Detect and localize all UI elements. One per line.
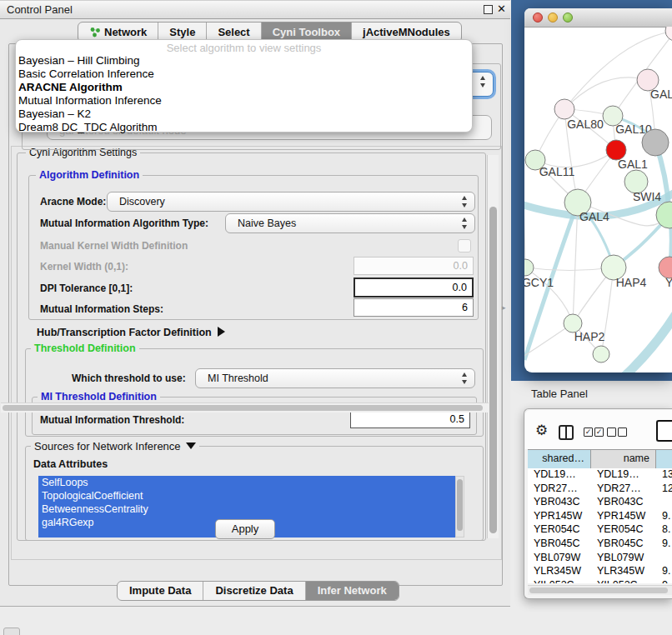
table-cell: YBR045C — [591, 537, 656, 551]
table-cell: YDL19… — [591, 468, 656, 482]
network-node[interactable] — [593, 346, 609, 362]
dpi-tolerance-input[interactable] — [354, 278, 474, 298]
settings-vertical-scrollbar-thumb[interactable] — [489, 207, 497, 533]
column-header[interactable] — [656, 450, 672, 468]
network-edge[interactable] — [564, 78, 648, 109]
table-cell — [656, 551, 672, 565]
table-row[interactable]: YPR145WYPR145W9. — [528, 509, 672, 523]
mi-type-combobox[interactable]: Naive Bayes — [225, 213, 475, 233]
settings-vertical-scrollbar[interactable] — [487, 155, 499, 538]
attributes-scrollbar-thumb[interactable] — [457, 479, 463, 531]
table-row[interactable]: YBR043CYBR043C — [528, 495, 672, 509]
dropdown-prompt: Select algorithm to view settings — [16, 42, 472, 54]
settings-horizontal-scrollbar[interactable] — [1, 402, 489, 412]
close-traffic-light-icon[interactable] — [533, 12, 543, 22]
algorithm-option[interactable]: Mutual Information Inference — [16, 94, 472, 108]
apply-button[interactable]: Apply — [215, 519, 275, 539]
minimize-traffic-light-icon[interactable] — [548, 12, 558, 22]
control-panel-titlebar[interactable]: Control Panel ✕ — [0, 0, 510, 19]
aracne-mode-combobox[interactable]: Discovery — [107, 192, 475, 212]
unchecked-checkbox-icon[interactable] — [607, 428, 616, 437]
algorithm-option[interactable]: Basic Correlation Inference — [16, 68, 472, 81]
kernel-width-input[interactable] — [354, 257, 474, 275]
table-cell: 9. — [656, 578, 672, 583]
algorithm-option[interactable]: Bayesian – K2 — [16, 108, 472, 121]
attribute-item[interactable]: TopologicalCoefficient — [38, 489, 455, 502]
tab-impute-data[interactable]: Impute Data — [118, 582, 203, 600]
checked-checkbox-icon[interactable]: ✓ — [594, 428, 604, 437]
settings-horizontal-scrollbar-thumb[interactable] — [3, 405, 483, 411]
attribute-item[interactable]: BetweennessCentrality — [38, 502, 455, 516]
table-horizontal-scrollbar-thumb[interactable] — [529, 588, 668, 593]
table-horizontal-scrollbar[interactable] — [528, 585, 672, 595]
network-node[interactable] — [642, 129, 669, 156]
node-label: GAL80 — [567, 118, 604, 131]
control-panel-window: Control Panel ✕ NetworkStyleSelectCyni T… — [0, 0, 510, 607]
table-cell: YDR27… — [528, 482, 591, 496]
dropdown-items: Bayesian – Hill ClimbingBasic Correlatio… — [16, 54, 472, 134]
network-node[interactable] — [656, 202, 672, 228]
stepper-arrows-icon — [462, 218, 468, 229]
algorithm-option[interactable]: Bayesian – Hill Climbing — [16, 54, 472, 68]
network-edge[interactable] — [525, 268, 614, 271]
panel-splitter-handle[interactable]: ▸ — [502, 303, 506, 312]
table-toolbar: ⚙ ✓ ✓ — [525, 410, 672, 449]
corner-button[interactable] — [3, 628, 20, 635]
which-threshold-label: Which threshold to use: — [72, 372, 186, 384]
manual-kernel-checkbox[interactable] — [458, 239, 471, 252]
network-canvas[interactable]: GALGAL80GAL10GAL1GAL11SWI4GAL4GCY1HAP4YH… — [524, 27, 672, 372]
network-node-gal80[interactable] — [554, 99, 574, 119]
network-node[interactable] — [665, 27, 672, 41]
node-label: Y — [665, 276, 672, 289]
table-cell: YIL052C — [528, 578, 591, 583]
algorithm-option[interactable]: Dream8 DC_TDC Algorithm — [16, 121, 472, 134]
which-threshold-combobox[interactable]: MI Threshold — [195, 368, 475, 388]
node-label: HAP2 — [574, 330, 605, 343]
close-icon[interactable]: ✕ — [497, 2, 506, 15]
column-header[interactable]: name — [591, 450, 656, 468]
sources-toggle[interactable]: Sources for Network Inference — [31, 440, 199, 452]
float-window-icon[interactable] — [484, 5, 493, 14]
network-edge[interactable] — [524, 127, 525, 268]
which-threshold-value: MI Threshold — [208, 369, 268, 388]
zoom-traffic-light-icon[interactable] — [563, 12, 573, 22]
expand-right-icon — [218, 327, 225, 337]
unchecked-checkbox-icon[interactable] — [618, 428, 627, 437]
table-row[interactable]: YBL079WYBL079W — [528, 551, 672, 565]
columns-icon[interactable] — [559, 425, 574, 440]
table-cell: 13 — [656, 468, 672, 482]
mi-steps-input[interactable] — [354, 298, 474, 317]
table-row[interactable]: YIL052CYIL052C9. — [528, 578, 672, 583]
hub-definition-toggle[interactable]: Hub/Transcription Factor Definition — [37, 327, 225, 338]
table-row[interactable]: YDR27…YDR27…12 — [528, 482, 672, 496]
mi-threshold-input[interactable] — [350, 410, 470, 428]
algorithm-option[interactable]: ARACNE Algorithm — [16, 81, 472, 94]
table-body: YDL19…YDL19…13YDR27…YDR27…12YBR043CYBR04… — [528, 468, 672, 583]
table-row[interactable]: YER054CYER054C8. — [528, 522, 672, 537]
table-row[interactable]: YBR045CYBR045C9. — [528, 537, 672, 551]
network-nodes: GALGAL80GAL10GAL1GAL11SWI4GAL4GCY1HAP4YH… — [524, 27, 672, 362]
window-title: Control Panel — [7, 3, 73, 16]
checked-checkbox-icon[interactable]: ✓ — [584, 428, 593, 437]
table-row[interactable]: YLR345WYLR345W9. — [528, 564, 672, 578]
attributes-scrollbar[interactable] — [455, 476, 464, 538]
network-node-gcy1[interactable] — [524, 259, 534, 276]
table-cell: 9. — [656, 564, 672, 578]
table-cell: YDL19… — [528, 468, 591, 482]
algorithm-dropdown-popup: Select algorithm to view settings Bayesi… — [15, 39, 473, 132]
table-row[interactable]: YDL19…YDL19…13 — [528, 468, 672, 482]
stepper-arrows-icon — [462, 372, 468, 384]
gear-icon[interactable]: ⚙ — [535, 423, 548, 438]
document-icon[interactable] — [656, 420, 672, 442]
tab-infer-network[interactable]: Infer Network — [305, 582, 399, 600]
attribute-item[interactable]: SelfLoops — [38, 476, 455, 489]
algorithm-definition-title: Algorithm Definition — [36, 169, 143, 181]
network-window-titlebar[interactable] — [524, 8, 672, 28]
bottom-tab-bar: Impute DataDiscretize DataInfer Network — [117, 581, 399, 601]
tab-discretize-data[interactable]: Discretize Data — [203, 582, 304, 600]
collapse-down-icon — [186, 442, 196, 449]
network-edge[interactable] — [573, 202, 578, 323]
sources-title: Sources for Network Inference — [34, 440, 181, 452]
column-header[interactable]: shared… — [528, 450, 591, 468]
table-cell: YPR145W — [591, 509, 656, 523]
